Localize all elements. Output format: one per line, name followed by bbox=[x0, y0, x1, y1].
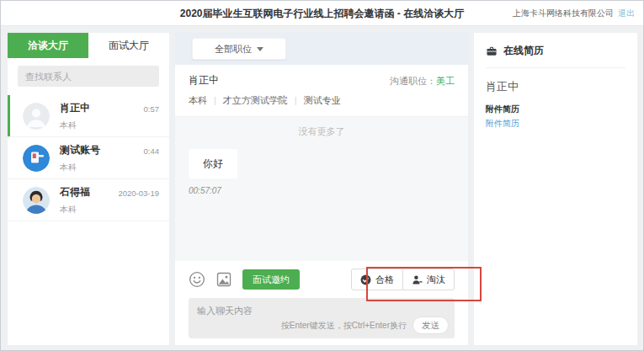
peer-name: 肖正中 bbox=[189, 73, 219, 88]
contact-degree: 本科 bbox=[60, 204, 90, 215]
peer-school: 才立方测试学院 bbox=[223, 95, 288, 105]
contact-time: 0:57 bbox=[144, 104, 160, 114]
tab-negotiation-hall[interactable]: 洽谈大厅 bbox=[8, 33, 88, 58]
contact-item[interactable]: 测试账号 本科 0:44 bbox=[8, 137, 169, 179]
send-hint: 按Enter键发送，按Ctrl+Enter换行 bbox=[281, 320, 407, 332]
peer-degree: 本科 bbox=[189, 95, 207, 105]
avatar bbox=[23, 103, 50, 130]
decision-button-group: 合格 淘汰 bbox=[351, 269, 455, 290]
message-bubble: 你好 bbox=[189, 149, 237, 178]
online-negotiation-hall-page: 2020届毕业生互联网电子行业线上招聘会邀请函 - 在线洽谈大厅 上海卡斗网络科… bbox=[0, 0, 644, 351]
message-input-area: 按Enter键发送，按Ctrl+Enter换行 发送 bbox=[189, 298, 455, 338]
message-timestamp: 00:57:07 bbox=[189, 186, 455, 195]
position-filter-bar: 全部职位 bbox=[175, 33, 468, 65]
peer-major: 测试专业 bbox=[304, 95, 341, 105]
attachment-resume-label: 附件简历 bbox=[486, 104, 625, 115]
position-filter-label: 全部职位 bbox=[215, 43, 252, 56]
contacts-sidebar: 洽谈大厅 面试大厅 肖正中 本科 0:57 测 bbox=[8, 33, 169, 345]
check-circle-icon bbox=[360, 274, 371, 285]
emoji-icon[interactable] bbox=[189, 271, 205, 288]
send-button[interactable]: 发送 bbox=[412, 316, 449, 334]
company-account: 上海卡斗网络科技有限公司退出 bbox=[513, 1, 635, 26]
resume-candidate-name: 肖正中 bbox=[486, 79, 625, 94]
chat-panel: 全部职位 肖正中 沟通职位：美工 本科|才立方测试学院|测试专业 没有更多了 你… bbox=[175, 33, 468, 345]
contact-name: 肖正中 bbox=[60, 101, 90, 115]
chat-toolbar: 面试邀约 合格 淘汰 bbox=[175, 261, 468, 298]
briefcase-icon bbox=[486, 45, 498, 57]
top-bar: 2020届毕业生互联网电子行业线上招聘会邀请函 - 在线洽谈大厅 上海卡斗网络科… bbox=[1, 1, 643, 26]
reject-button[interactable]: 淘汰 bbox=[402, 269, 455, 290]
resume-sidebar: 在线简历 肖正中 附件简历 附件简历 bbox=[474, 33, 637, 345]
no-more-text: 没有更多了 bbox=[189, 125, 455, 138]
contact-degree: 本科 bbox=[60, 162, 100, 173]
hall-tabs: 洽谈大厅 面试大厅 bbox=[8, 33, 169, 58]
company-name: 上海卡斗网络科技有限公司 bbox=[513, 8, 614, 18]
message-row: 你好 00:57:07 bbox=[189, 138, 455, 195]
message-list: 没有更多了 你好 00:57:07 bbox=[175, 117, 468, 261]
contact-degree: 本科 bbox=[60, 120, 90, 131]
image-upload-icon[interactable] bbox=[216, 271, 232, 288]
contact-name: 石得福 bbox=[60, 185, 90, 199]
position-value: 美工 bbox=[436, 76, 455, 86]
contact-name: 测试账号 bbox=[60, 143, 100, 157]
position-filter-dropdown[interactable]: 全部职位 bbox=[192, 38, 286, 60]
avatar bbox=[23, 187, 50, 214]
contact-search bbox=[18, 66, 159, 87]
contact-list: 肖正中 本科 0:57 测试账号 本科 0:44 bbox=[8, 95, 169, 221]
interview-invite-button[interactable]: 面试邀约 bbox=[242, 269, 300, 290]
tab-interview-hall[interactable]: 面试大厅 bbox=[88, 33, 169, 58]
contact-time: 2020-03-19 bbox=[118, 189, 159, 198]
logout-link[interactable]: 退出 bbox=[618, 8, 635, 18]
position-label: 沟通职位： bbox=[390, 76, 436, 86]
pass-button[interactable]: 合格 bbox=[351, 269, 403, 290]
chevron-down-icon bbox=[257, 47, 263, 51]
person-remove-icon bbox=[412, 274, 423, 285]
attachment-resume-link[interactable]: 附件简历 bbox=[486, 118, 625, 130]
contact-item[interactable]: 肖正中 本科 0:57 bbox=[8, 95, 169, 137]
search-input[interactable] bbox=[18, 66, 159, 87]
contact-time: 0:44 bbox=[144, 146, 160, 156]
peer-info-line: 本科|才立方测试学院|测试专业 bbox=[189, 94, 455, 107]
chat-peer-header: 肖正中 沟通职位：美工 本科|才立方测试学院|测试专业 bbox=[175, 65, 468, 117]
avatar bbox=[23, 145, 50, 172]
contact-item[interactable]: 石得福 本科 2020-03-19 bbox=[8, 179, 169, 221]
resume-title: 在线简历 bbox=[503, 44, 544, 58]
